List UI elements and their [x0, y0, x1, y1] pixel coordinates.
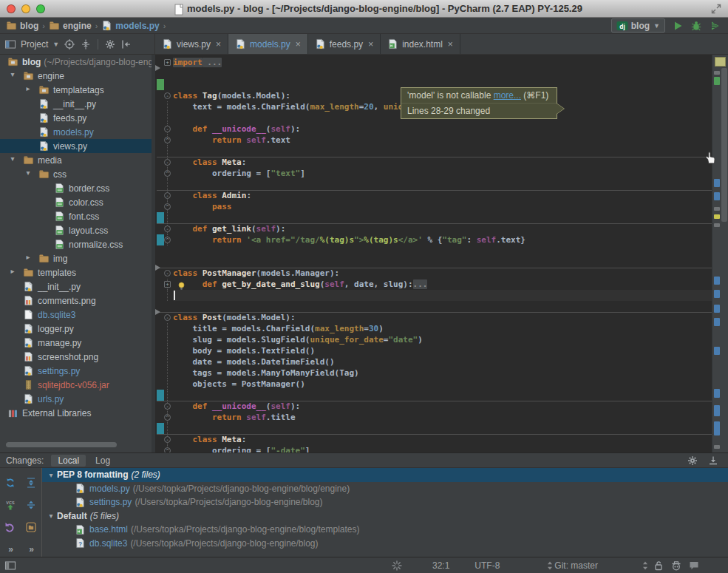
- code-line-33[interactable]: ^ return self.title: [155, 412, 712, 423]
- vcs-change-marker[interactable]: [157, 212, 164, 223]
- file-encoding[interactable]: UTF-8: [474, 560, 500, 571]
- code-text[interactable]: def __unicode__(self):: [173, 123, 712, 135]
- tree-item-media[interactable]: ▾media: [0, 153, 152, 167]
- expand-all-button[interactable]: [25, 477, 37, 489]
- code-text[interactable]: def get_by_date_and_slug(self, date, slu…: [173, 279, 712, 290]
- code-line-1[interactable]: +import ...: [155, 57, 712, 68]
- code-line-9[interactable]: [155, 146, 712, 157]
- run-with-coverage-button[interactable]: [709, 20, 721, 32]
- tree-item-views.py[interactable]: views.py: [0, 139, 152, 153]
- code-line-23[interactable]: [155, 301, 712, 312]
- event-log-bubble-icon[interactable]: [688, 560, 700, 572]
- chevron-down-icon[interactable]: ▼: [52, 41, 59, 48]
- code-line-15[interactable]: [155, 212, 712, 223]
- tree-expander-icon[interactable]: ▾: [8, 155, 17, 163]
- tree-item-__init__.py[interactable]: __init__.py: [0, 97, 152, 111]
- tree-item-__init__.py[interactable]: __init__.py: [0, 279, 152, 294]
- changes-row-base.html[interactable]: base.html (/Users/topka/Projects/django-…: [42, 523, 728, 537]
- changes-expander-icon[interactable]: ▾: [47, 512, 55, 520]
- code-text[interactable]: class PostManager(models.Manager):: [173, 268, 712, 279]
- tree-item-templates[interactable]: ▸templates: [0, 265, 152, 279]
- vcs-change-marker[interactable]: [157, 390, 164, 401]
- code-text[interactable]: [173, 245, 712, 257]
- code-text[interactable]: [173, 68, 712, 79]
- code-line-36[interactable]: ^ ordering = ["-date"]: [155, 445, 712, 452]
- code-line-22[interactable]: [155, 290, 712, 301]
- inspections-profile-icon[interactable]: [670, 560, 682, 572]
- run-button[interactable]: [672, 20, 684, 32]
- code-text[interactable]: class Admin:: [173, 190, 712, 201]
- changes-row-models.py[interactable]: models.py (/Users/topka/Projects/django-…: [42, 482, 728, 496]
- project-panel-title[interactable]: Project: [21, 39, 48, 50]
- changes-row-settings.py[interactable]: settings.py (/Users/topka/Projects/djang…: [42, 495, 728, 509]
- changes-row-PEP 8 formatting[interactable]: ▾PEP 8 formatting (2 files): [42, 468, 728, 482]
- code-line-35[interactable]: - class Meta:: [155, 434, 712, 445]
- close-tab-icon[interactable]: ×: [216, 39, 221, 50]
- stripe-mark-blue[interactable]: [714, 421, 720, 435]
- changes-row-Default[interactable]: ▾Default (5 files): [42, 509, 728, 523]
- stripe-mark-blue[interactable]: [714, 405, 720, 416]
- close-window-button[interactable]: [7, 4, 16, 13]
- locate-file-button[interactable]: [64, 38, 75, 50]
- code-text[interactable]: return self.text: [173, 135, 712, 146]
- tree-item-screenshot.png[interactable]: screenshot.png: [0, 350, 152, 364]
- tree-item-templatetags[interactable]: ▸templatetags: [0, 83, 152, 97]
- tree-expander-icon[interactable]: ▾: [8, 70, 17, 78]
- code-line-25[interactable]: title = models.CharField(max_length=30): [155, 323, 712, 334]
- code-text[interactable]: [173, 257, 712, 268]
- code-line-21[interactable]: + def get_by_date_and_slug(self, date, s…: [155, 279, 712, 290]
- tree-item-normalize.css[interactable]: normalize.css: [0, 237, 152, 251]
- code-text[interactable]: tags = models.ManyToManyField(Tag): [173, 367, 712, 379]
- breadcrumb-item-models.py[interactable]: models.py: [101, 20, 159, 31]
- code-line-26[interactable]: slug = models.SlugField(unique_for_date=…: [155, 334, 712, 345]
- code-text[interactable]: body = models.TextField(): [173, 345, 712, 356]
- close-tab-icon[interactable]: ×: [368, 39, 373, 50]
- revert-button[interactable]: [4, 521, 16, 533]
- code-text[interactable]: class Meta:: [173, 157, 712, 168]
- changes-tab-Log[interactable]: Log: [89, 455, 117, 467]
- caret-position[interactable]: 32:1: [432, 560, 449, 571]
- code-line-12[interactable]: [155, 179, 712, 190]
- tree-item-css[interactable]: ▾css: [0, 167, 152, 181]
- stripe-mark-blue[interactable]: [714, 277, 720, 285]
- vcs-change-marker[interactable]: [157, 79, 164, 90]
- fold-marker-icon[interactable]: ^: [164, 203, 171, 210]
- minimize-window-button[interactable]: [21, 4, 30, 13]
- code-line-2[interactable]: [155, 68, 712, 79]
- vcs-change-marker[interactable]: [157, 423, 164, 434]
- code-line-29[interactable]: tags = models.ManyToManyField(Tag): [155, 367, 712, 379]
- tree-item-border.css[interactable]: border.css: [0, 181, 152, 195]
- tooltip-more-link[interactable]: more...: [494, 90, 521, 101]
- code-line-16[interactable]: - def get_link(self):: [155, 223, 712, 234]
- breadcrumb-item-engine[interactable]: engine: [49, 20, 92, 31]
- code-line-8[interactable]: ^ return self.text: [155, 135, 712, 146]
- code-line-31[interactable]: [155, 390, 712, 401]
- fold-marker-icon[interactable]: ^: [164, 170, 171, 177]
- code-line-18[interactable]: [155, 245, 712, 257]
- stripe-mark-blue[interactable]: [714, 347, 720, 355]
- code-line-20[interactable]: -class PostManager(models.Manager):: [155, 268, 712, 279]
- code-line-7[interactable]: - def __unicode__(self):: [155, 123, 712, 135]
- error-stripe[interactable]: [712, 55, 728, 452]
- fold-marker-icon[interactable]: -: [164, 270, 171, 277]
- tree-item-db.sqlite3[interactable]: db.sqlite3: [0, 308, 152, 322]
- tab-feeds.py[interactable]: feeds.py×: [308, 34, 381, 54]
- code-line-28[interactable]: date = models.DateTimeField(): [155, 356, 712, 367]
- vcs-branch[interactable]: Git: master: [554, 560, 598, 571]
- code-text[interactable]: class Meta:: [173, 434, 712, 445]
- code-line-19[interactable]: [155, 257, 712, 268]
- code-line-10[interactable]: - class Meta:: [155, 157, 712, 168]
- fold-marker-icon[interactable]: -: [164, 403, 171, 410]
- inspection-status-indicator[interactable]: [715, 57, 726, 67]
- code-line-24[interactable]: -class Post(models.Model):: [155, 312, 712, 323]
- changes-tab-Local[interactable]: Local: [51, 455, 86, 467]
- fold-marker-icon[interactable]: -: [164, 436, 171, 443]
- code-line-27[interactable]: body = models.TextField(): [155, 345, 712, 356]
- stripe-mark-gray[interactable]: [714, 71, 720, 75]
- fold-marker-icon[interactable]: -: [164, 126, 171, 132]
- more-actions-chevron[interactable]: »: [29, 544, 33, 555]
- debug-button[interactable]: [690, 20, 702, 32]
- collapse-all-button[interactable]: [25, 499, 37, 511]
- new-changelist-button[interactable]: [25, 521, 37, 533]
- code-line-17[interactable]: ^ return '<a href="/tag/%(tag)s">%(tag)s…: [155, 234, 712, 245]
